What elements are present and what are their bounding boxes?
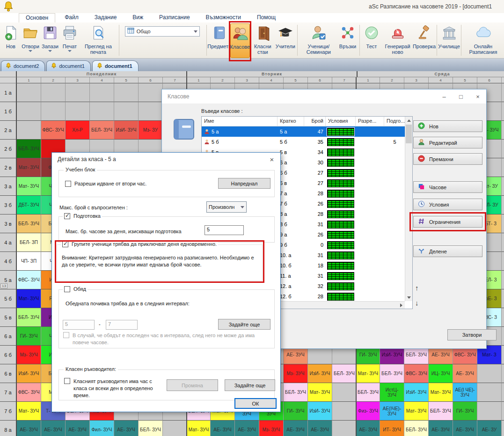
timetable-cell[interactable]: АЕ- ЗУЧ [66, 421, 90, 436]
timetable-cell[interactable] [114, 83, 139, 102]
timetable-cell[interactable] [502, 289, 504, 308]
нов-button[interactable]: Нов [413, 120, 482, 132]
ribbon-button-links[interactable]: Връзки [338, 23, 358, 58]
timetable-cell[interactable] [332, 383, 357, 402]
timetable-row-label-7-б[interactable]: 7 б [0, 402, 17, 421]
timetable-cell[interactable]: Мат- ЗУЧ [17, 177, 41, 196]
timetable-cell[interactable] [332, 421, 357, 436]
timetable-cell[interactable] [139, 83, 163, 102]
timetable-cell[interactable] [477, 402, 502, 421]
timetable-cell[interactable]: ДБТ- ЗУЧ [17, 196, 41, 214]
checkbox-icon[interactable] [63, 332, 69, 338]
timetable-cell[interactable] [502, 140, 504, 158]
timetable-cell[interactable]: ИЦ- ЗУЧ [429, 364, 453, 383]
classes-column-header-3[interactable]: Брой [304, 117, 326, 126]
menu-tab-разписание[interactable]: Разписание [153, 13, 197, 22]
menu-tab-задание[interactable]: Задание [88, 13, 124, 22]
timetable-cell[interactable]: БЕЛ- ЗУЧ [284, 383, 308, 402]
ribbon-button-print[interactable]: Печат [60, 23, 80, 58]
change-button[interactable]: Промяна [167, 379, 218, 391]
timetable-cell[interactable]: АЕ- ЗУЧ [114, 421, 139, 436]
timetable-cell[interactable] [66, 102, 90, 121]
menu-tab-възможности[interactable]: Възможности [199, 13, 248, 22]
timetable-cell[interactable]: Физ- ЗУЧ [356, 402, 380, 421]
classes-column-header-2[interactable]: Кратко [278, 117, 304, 126]
ribbon-button-school[interactable]: Училище [439, 23, 459, 58]
timetable-cell[interactable] [477, 383, 502, 402]
class-teacher-checkbox[interactable]: Класният ръководител има час с класа си … [63, 378, 163, 399]
ribbon-button-students[interactable]: Ученици/Семинари [299, 23, 338, 58]
ribbon-button-classes[interactable]: Класове [230, 23, 250, 58]
условия-button[interactable]: Условия [413, 199, 482, 210]
ограничения-button[interactable]: Ограничения [413, 216, 482, 228]
timetable-cell[interactable] [17, 102, 41, 121]
allow-second-period-checkbox[interactable]: Разреши идване от втори час. [64, 181, 148, 187]
ribbon-button-online[interactable]: Онлайн Разписания [463, 23, 503, 58]
timetable-cell[interactable]: АЕ- ЗУЧ [453, 364, 477, 383]
timetable-cell[interactable] [502, 177, 504, 196]
timetable-cell[interactable]: ИзИ- ЗУЧ [404, 383, 429, 402]
timetable-cell[interactable]: ФВС- ЗУЧ [404, 364, 429, 383]
timetable-cell[interactable]: ГИ- ЗУЧ [453, 402, 477, 421]
timetable-cell[interactable] [502, 233, 504, 252]
scroll-down-icon[interactable] [405, 294, 413, 301]
timetable-cell[interactable]: БЕЛ- ЗУЧ [404, 421, 429, 436]
ok-button[interactable]: ОК [234, 398, 277, 409]
timetable-row-label-5-в[interactable]: 5 в [0, 308, 17, 327]
timetable-cell[interactable]: ИстЦ- ЗУЧ [380, 383, 404, 402]
lunch-checkbox[interactable]: Обяд [63, 286, 88, 292]
timetable-row-label-4-б[interactable]: 4 б [0, 252, 17, 271]
ribbon-button-generate[interactable]: Генерирай ново [381, 23, 414, 58]
timetable-cell[interactable]: АЕ- ЗУ [477, 421, 502, 436]
timetable-cell[interactable]: ИзИ- ЗУЧ [114, 121, 139, 140]
timetable-row-label-2-б[interactable]: 2 б [0, 140, 17, 158]
timetable-row-label-3-в[interactable]: 3 в [0, 214, 17, 233]
classes-table-row-5-а[interactable]: 5 а5 а47 [202, 126, 412, 137]
timetable-cell[interactable] [502, 102, 504, 121]
премахни-button[interactable]: Премахни [413, 153, 482, 165]
move-down-arrow[interactable]: ↓ [415, 299, 419, 307]
timetable-cell[interactable] [477, 364, 502, 383]
timetable-cell[interactable]: АЕ- ЗУЧ [429, 421, 453, 436]
preparation-checkbox[interactable]: Подготовка [63, 213, 102, 219]
timetable-cell[interactable]: Мат- ЗУЧ [308, 383, 332, 402]
timetable-cell[interactable]: Мз- ЗУЧ [259, 421, 284, 436]
timetable-cell[interactable]: Мз- ЗУЧ [284, 364, 308, 383]
minimize-icon[interactable]: – [436, 93, 453, 100]
timetable-cell[interactable]: АЕ(IЧЕ)- ЗУЧ [380, 402, 404, 421]
timetable-cell[interactable] [502, 252, 504, 271]
scroll-right-icon[interactable] [397, 302, 405, 309]
timetable-cell[interactable]: БЕЛ- ЗУЧ [356, 383, 380, 402]
timetable-cell[interactable]: Мат- ЗУЧ [429, 383, 453, 402]
prep-max-input[interactable]: 5 [205, 225, 244, 235]
menu-tab-основен[interactable]: Основен [19, 13, 55, 22]
checkbox-checked-icon[interactable] [64, 213, 70, 219]
timetable-cell[interactable]: Мат- ЗУЧ [17, 289, 41, 308]
timetable-cell[interactable] [163, 421, 187, 436]
timetable-cell[interactable]: БЕЛ- ЗУЧ [17, 308, 41, 327]
timetable-cell[interactable] [502, 83, 504, 102]
timetable-cell[interactable]: БЕЛ- ЗУЧ [332, 364, 357, 383]
timetable-cell[interactable]: АЕ- ЗУЧ [41, 421, 66, 436]
timetable-cell[interactable] [502, 158, 504, 177]
timetable-cell[interactable] [502, 121, 504, 140]
timetable-cell[interactable] [41, 102, 66, 121]
scroll-up-icon[interactable] [405, 117, 413, 124]
timetable-row-label-7-а[interactable]: 7 а [0, 383, 17, 402]
timetable-row-label-6-б[interactable]: 6 б [0, 346, 17, 364]
timetable-cell[interactable]: АЕ- ЗУЧ [308, 421, 332, 436]
timetable-cell[interactable]: Хл-Р [66, 121, 90, 140]
timetable-row-label-5-б[interactable]: 5 б [0, 289, 17, 308]
timetable-cell[interactable]: БЕЛ- ЗУЧ [90, 121, 114, 140]
close-icon[interactable]: × [263, 155, 280, 163]
timetable-row-label-5-а[interactable]: 5 а13 [0, 271, 17, 289]
timetable-cell[interactable]: ГИ- ЗУЧ [17, 327, 41, 346]
timetable-cell[interactable] [139, 102, 163, 121]
timetable-cell[interactable]: ИТ- ЗУЧ [380, 421, 404, 436]
timetable-row-label-6-а[interactable]: 6 а [0, 327, 17, 346]
checkbox-icon[interactable] [64, 378, 70, 384]
close-icon[interactable]: × [469, 93, 486, 100]
timetable-cell[interactable]: Мат- ЗУЧ [186, 421, 211, 436]
timetable-row-label-2-в[interactable]: 2 в [0, 158, 17, 177]
timetable-cell[interactable] [90, 83, 114, 102]
